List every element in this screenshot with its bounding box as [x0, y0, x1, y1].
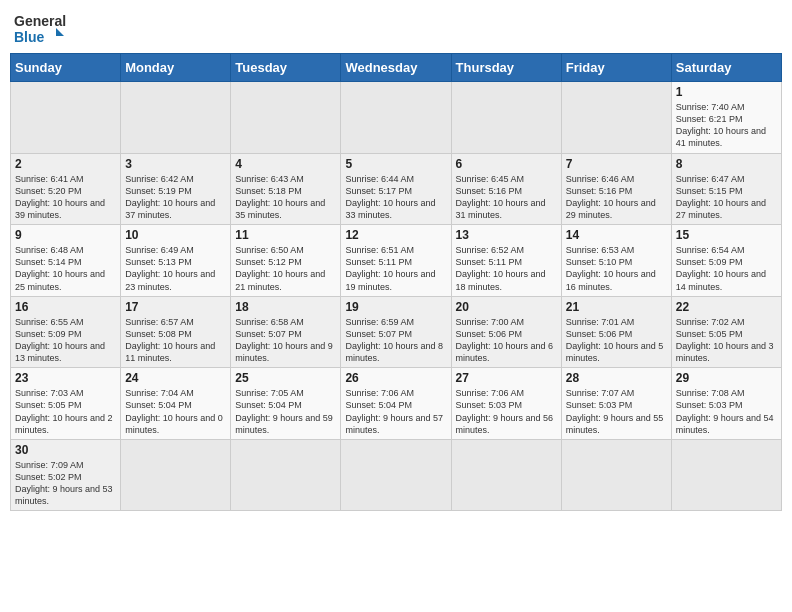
day-number: 22: [676, 300, 777, 314]
day-cell: 16Sunrise: 6:55 AM Sunset: 5:09 PM Dayli…: [11, 296, 121, 368]
day-number: 20: [456, 300, 557, 314]
day-number: 6: [456, 157, 557, 171]
day-cell: 14Sunrise: 6:53 AM Sunset: 5:10 PM Dayli…: [561, 225, 671, 297]
day-cell: 5Sunrise: 6:44 AM Sunset: 5:17 PM Daylig…: [341, 153, 451, 225]
day-info: Sunrise: 7:06 AM Sunset: 5:03 PM Dayligh…: [456, 387, 557, 436]
day-info: Sunrise: 6:53 AM Sunset: 5:10 PM Dayligh…: [566, 244, 667, 293]
day-cell: 29Sunrise: 7:08 AM Sunset: 5:03 PM Dayli…: [671, 368, 781, 440]
day-cell: 21Sunrise: 7:01 AM Sunset: 5:06 PM Dayli…: [561, 296, 671, 368]
day-cell: [561, 82, 671, 154]
day-cell: 19Sunrise: 6:59 AM Sunset: 5:07 PM Dayli…: [341, 296, 451, 368]
day-cell: [451, 82, 561, 154]
day-number: 3: [125, 157, 226, 171]
weekday-header-sunday: Sunday: [11, 54, 121, 82]
day-cell: [341, 439, 451, 511]
day-info: Sunrise: 6:51 AM Sunset: 5:11 PM Dayligh…: [345, 244, 446, 293]
week-row-1: 2Sunrise: 6:41 AM Sunset: 5:20 PM Daylig…: [11, 153, 782, 225]
day-info: Sunrise: 7:07 AM Sunset: 5:03 PM Dayligh…: [566, 387, 667, 436]
day-number: 17: [125, 300, 226, 314]
day-number: 5: [345, 157, 446, 171]
day-cell: 7Sunrise: 6:46 AM Sunset: 5:16 PM Daylig…: [561, 153, 671, 225]
week-row-3: 16Sunrise: 6:55 AM Sunset: 5:09 PM Dayli…: [11, 296, 782, 368]
day-cell: 2Sunrise: 6:41 AM Sunset: 5:20 PM Daylig…: [11, 153, 121, 225]
day-number: 7: [566, 157, 667, 171]
day-info: Sunrise: 6:58 AM Sunset: 5:07 PM Dayligh…: [235, 316, 336, 365]
day-cell: 22Sunrise: 7:02 AM Sunset: 5:05 PM Dayli…: [671, 296, 781, 368]
week-row-0: 1Sunrise: 7:40 AM Sunset: 6:21 PM Daylig…: [11, 82, 782, 154]
day-number: 1: [676, 85, 777, 99]
day-info: Sunrise: 6:52 AM Sunset: 5:11 PM Dayligh…: [456, 244, 557, 293]
weekday-header-monday: Monday: [121, 54, 231, 82]
day-cell: 13Sunrise: 6:52 AM Sunset: 5:11 PM Dayli…: [451, 225, 561, 297]
weekday-header-saturday: Saturday: [671, 54, 781, 82]
day-info: Sunrise: 7:09 AM Sunset: 5:02 PM Dayligh…: [15, 459, 116, 508]
day-cell: [671, 439, 781, 511]
day-cell: 28Sunrise: 7:07 AM Sunset: 5:03 PM Dayli…: [561, 368, 671, 440]
day-cell: [11, 82, 121, 154]
svg-text:Blue: Blue: [14, 29, 45, 45]
day-number: 21: [566, 300, 667, 314]
day-cell: [451, 439, 561, 511]
day-number: 10: [125, 228, 226, 242]
day-cell: [231, 439, 341, 511]
day-info: Sunrise: 6:48 AM Sunset: 5:14 PM Dayligh…: [15, 244, 116, 293]
day-cell: 9Sunrise: 6:48 AM Sunset: 5:14 PM Daylig…: [11, 225, 121, 297]
weekday-header-thursday: Thursday: [451, 54, 561, 82]
weekday-header-friday: Friday: [561, 54, 671, 82]
day-info: Sunrise: 7:08 AM Sunset: 5:03 PM Dayligh…: [676, 387, 777, 436]
day-info: Sunrise: 7:03 AM Sunset: 5:05 PM Dayligh…: [15, 387, 116, 436]
calendar-table: SundayMondayTuesdayWednesdayThursdayFrid…: [10, 53, 782, 511]
day-number: 23: [15, 371, 116, 385]
generalblue-logo-icon: GeneralBlue: [14, 10, 69, 45]
day-cell: 27Sunrise: 7:06 AM Sunset: 5:03 PM Dayli…: [451, 368, 561, 440]
day-info: Sunrise: 6:46 AM Sunset: 5:16 PM Dayligh…: [566, 173, 667, 222]
day-info: Sunrise: 6:47 AM Sunset: 5:15 PM Dayligh…: [676, 173, 777, 222]
day-cell: 15Sunrise: 6:54 AM Sunset: 5:09 PM Dayli…: [671, 225, 781, 297]
day-info: Sunrise: 7:00 AM Sunset: 5:06 PM Dayligh…: [456, 316, 557, 365]
weekday-header-tuesday: Tuesday: [231, 54, 341, 82]
day-number: 19: [345, 300, 446, 314]
day-cell: 20Sunrise: 7:00 AM Sunset: 5:06 PM Dayli…: [451, 296, 561, 368]
day-number: 29: [676, 371, 777, 385]
day-info: Sunrise: 7:40 AM Sunset: 6:21 PM Dayligh…: [676, 101, 777, 150]
day-info: Sunrise: 7:05 AM Sunset: 5:04 PM Dayligh…: [235, 387, 336, 436]
day-info: Sunrise: 6:59 AM Sunset: 5:07 PM Dayligh…: [345, 316, 446, 365]
svg-marker-2: [56, 28, 64, 36]
day-cell: 6Sunrise: 6:45 AM Sunset: 5:16 PM Daylig…: [451, 153, 561, 225]
day-info: Sunrise: 6:45 AM Sunset: 5:16 PM Dayligh…: [456, 173, 557, 222]
day-cell: 12Sunrise: 6:51 AM Sunset: 5:11 PM Dayli…: [341, 225, 451, 297]
day-number: 8: [676, 157, 777, 171]
day-info: Sunrise: 6:42 AM Sunset: 5:19 PM Dayligh…: [125, 173, 226, 222]
day-number: 18: [235, 300, 336, 314]
day-cell: 10Sunrise: 6:49 AM Sunset: 5:13 PM Dayli…: [121, 225, 231, 297]
header: GeneralBlue: [10, 10, 782, 45]
day-info: Sunrise: 6:50 AM Sunset: 5:12 PM Dayligh…: [235, 244, 336, 293]
day-info: Sunrise: 7:04 AM Sunset: 5:04 PM Dayligh…: [125, 387, 226, 436]
svg-text:General: General: [14, 13, 66, 29]
day-cell: [121, 82, 231, 154]
day-cell: 26Sunrise: 7:06 AM Sunset: 5:04 PM Dayli…: [341, 368, 451, 440]
day-number: 30: [15, 443, 116, 457]
day-number: 13: [456, 228, 557, 242]
day-info: Sunrise: 6:44 AM Sunset: 5:17 PM Dayligh…: [345, 173, 446, 222]
weekday-header-row: SundayMondayTuesdayWednesdayThursdayFrid…: [11, 54, 782, 82]
day-cell: 11Sunrise: 6:50 AM Sunset: 5:12 PM Dayli…: [231, 225, 341, 297]
day-info: Sunrise: 6:54 AM Sunset: 5:09 PM Dayligh…: [676, 244, 777, 293]
day-number: 25: [235, 371, 336, 385]
day-info: Sunrise: 6:41 AM Sunset: 5:20 PM Dayligh…: [15, 173, 116, 222]
day-cell: [341, 82, 451, 154]
day-cell: 25Sunrise: 7:05 AM Sunset: 5:04 PM Dayli…: [231, 368, 341, 440]
day-info: Sunrise: 7:01 AM Sunset: 5:06 PM Dayligh…: [566, 316, 667, 365]
week-row-2: 9Sunrise: 6:48 AM Sunset: 5:14 PM Daylig…: [11, 225, 782, 297]
day-info: Sunrise: 6:43 AM Sunset: 5:18 PM Dayligh…: [235, 173, 336, 222]
day-cell: 1Sunrise: 7:40 AM Sunset: 6:21 PM Daylig…: [671, 82, 781, 154]
day-cell: 23Sunrise: 7:03 AM Sunset: 5:05 PM Dayli…: [11, 368, 121, 440]
day-info: Sunrise: 6:57 AM Sunset: 5:08 PM Dayligh…: [125, 316, 226, 365]
day-number: 11: [235, 228, 336, 242]
day-number: 4: [235, 157, 336, 171]
day-number: 26: [345, 371, 446, 385]
day-number: 12: [345, 228, 446, 242]
day-cell: 17Sunrise: 6:57 AM Sunset: 5:08 PM Dayli…: [121, 296, 231, 368]
day-info: Sunrise: 6:49 AM Sunset: 5:13 PM Dayligh…: [125, 244, 226, 293]
day-info: Sunrise: 7:02 AM Sunset: 5:05 PM Dayligh…: [676, 316, 777, 365]
